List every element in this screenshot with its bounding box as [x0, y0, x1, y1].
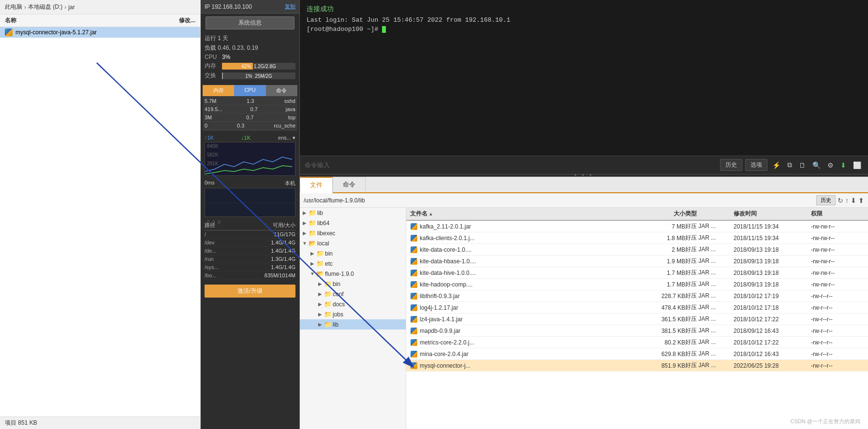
tree-item-docs[interactable]: ▶ 📁 docs	[300, 299, 406, 309]
up-icon[interactable]: ↑	[845, 197, 849, 204]
tree-item-flume-bin[interactable]: ▶ 📁 bin	[300, 279, 406, 289]
terminal-success-msg: 连接成功	[307, 5, 861, 14]
disk-row: /dev 1.4G/1.4G	[205, 239, 295, 247]
disk-row: /de... 1.4G/1.4G	[205, 247, 295, 255]
network-download: ↓1K	[241, 135, 250, 141]
options-button[interactable]: 选项	[745, 159, 767, 171]
disk-row: /run 1.3G/1.4G	[205, 255, 295, 263]
tree-item-lib-selected[interactable]: ▶ 📁 lib	[300, 319, 406, 329]
col-header-name: 名称	[5, 16, 157, 25]
file-row-libthrift[interactable]: libthrift-0.9.3.jar 228.7 KB 好压 JAR ... …	[406, 290, 868, 302]
terminal-content[interactable]: 连接成功 Last login: Sat Jun 25 15:46:57 202…	[300, 0, 868, 145]
process-row: 3M 0.7 top	[205, 114, 295, 122]
col-header-perm[interactable]: 权限	[811, 210, 864, 218]
fm-history-button[interactable]: 历史	[816, 195, 836, 205]
server-header: IP 192.168.10.100 复制	[201, 0, 299, 14]
sys-info-button[interactable]: 系统信息	[206, 16, 294, 29]
tab-cmd[interactable]: 命令	[266, 85, 297, 96]
process-list: 5.7M 1.3 sshd 419.5... 0.7 java 3M 0.7 t…	[203, 96, 297, 131]
window-icon[interactable]: ⬜	[851, 160, 863, 170]
breadcrumb: 此电脑 › 本地磁盘 (D:) › jar	[0, 0, 200, 14]
graph-label-840k: 840K	[207, 143, 218, 149]
lightning-icon[interactable]: ⚡	[770, 160, 782, 170]
process-row: 5.7M 1.3 sshd	[205, 97, 295, 105]
status-bar: 项目 851 KB	[0, 416, 200, 429]
col-header-size[interactable]: 大小	[637, 210, 685, 218]
cpu-value: 3%	[222, 54, 234, 60]
settings-icon[interactable]: ⚙	[825, 160, 836, 170]
tab-mem[interactable]: 内存	[203, 85, 234, 96]
toolbar-buttons: 历史 选项 ⚡ ⧉ 🗋 🔍 ⚙ ⬇ ⬜	[720, 159, 863, 171]
terminal-last-login: Last login: Sat Jun 25 15:46:57 2022 fro…	[307, 16, 861, 24]
load-row: 负载 0.46, 0.23, 0.19	[205, 44, 295, 52]
file-row-kite-hbase[interactable]: kite-data-hbase-1.0.... 1.9 MB 好压 JAR ..…	[406, 256, 868, 267]
col-header-filename[interactable]: 文件名 ▲	[410, 210, 637, 218]
col-header-date[interactable]: 修改时间	[734, 210, 811, 218]
breadcrumb-part-1[interactable]: 此电脑	[5, 3, 22, 11]
upgrade-button[interactable]: 激活/升级	[205, 285, 295, 298]
file-row-kafka-clients[interactable]: kafka-clients-2.0.1.j... 1.8 MB 好压 JAR .…	[406, 232, 868, 244]
jar-icon	[410, 362, 418, 370]
tree-item-lib[interactable]: ▶ 📁 lib	[300, 208, 406, 218]
tree-item-etc[interactable]: ▶ 📁 etc	[300, 258, 406, 269]
breadcrumb-part-3[interactable]: jar	[68, 4, 74, 11]
upload-from-icon[interactable]: ⬆	[858, 197, 864, 204]
terminal-section: 连接成功 Last login: Sat Jun 25 15:46:57 202…	[300, 0, 868, 174]
folder-icon: 📁	[324, 311, 332, 318]
file-row-kafka[interactable]: kafka_2.11-2.0.1.jar 7 MB 好压 JAR ... 201…	[406, 221, 868, 232]
disk-col-path: 路径	[205, 222, 215, 229]
network-section: ↑1K ↓1K ens... ▾ 840K 582K 291K	[201, 133, 299, 178]
search-icon[interactable]: 🔍	[810, 160, 823, 170]
ping-value: 0ms	[205, 180, 215, 187]
process-row: 419.5... 0.7 java	[205, 105, 295, 114]
file-row-mina[interactable]: mina-core-2.0.4.jar 629.8 KB 好压 JAR ... …	[406, 348, 868, 360]
jar-icon	[410, 281, 418, 288]
refresh-icon[interactable]: ↻	[838, 197, 843, 204]
ping-section: 0ms 本机 0 0 0	[201, 178, 299, 219]
right-panel: 连接成功 Last login: Sat Jun 25 15:46:57 202…	[300, 0, 868, 429]
file-item-jar[interactable]: mysql-connector-java-5.1.27.jar	[0, 27, 200, 38]
cpu-label: CPU	[205, 54, 220, 60]
network-header: ↑1K ↓1K ens... ▾	[205, 135, 295, 141]
copy-ip-button[interactable]: 复制	[285, 3, 295, 10]
terminal-prompt: [root@hadoop100 ~]#	[307, 26, 861, 33]
file-row-mysql-connector[interactable]: mysql-connector-j... 851.9 KB 好压 JAR ...…	[406, 360, 868, 372]
file-row-log4j[interactable]: log4j-1.2.17.jar 478.4 KB 好压 JAR ... 201…	[406, 302, 868, 314]
fm-content: ▶ 📁 lib ▶ 📁 lib64 ▶ 📁 libexec ▼ 📂	[300, 208, 868, 429]
file-row-metrics[interactable]: metrics-core-2.2.0.j... 80.2 KB 好压 JAR .…	[406, 337, 868, 348]
tree-item-conf[interactable]: ▶ 📁 conf	[300, 289, 406, 299]
file-manager-section: 文件 命令 /usr/local/flume-1.9.0/lib 历史 ↻ ↑ …	[300, 177, 868, 429]
tree-item-local[interactable]: ▼ 📂 local	[300, 238, 406, 248]
download-to-icon[interactable]: ⬇	[851, 197, 856, 204]
tree-item-lib64[interactable]: ▶ 📁 lib64	[300, 218, 406, 228]
file-row-lz4[interactable]: lz4-java-1.4.1.jar 361.5 KB 好压 JAR ... 2…	[406, 314, 868, 325]
tab-command[interactable]: 命令	[333, 177, 366, 192]
jar-icon	[410, 339, 418, 346]
copy-icon[interactable]: ⧉	[785, 160, 794, 170]
disk-row: /sys... 1.4G/1.4G	[205, 263, 295, 272]
file-row-kite-core[interactable]: kite-data-core-1.0.... 2 MB 好压 JAR ... 2…	[406, 244, 868, 256]
file-row-kite-hive[interactable]: kite-data-hive-1.0.0.... 1.7 MB 好压 JAR .…	[406, 267, 868, 279]
fm-tree-panel: ▶ 📁 lib ▶ 📁 lib64 ▶ 📁 libexec ▼ 📂	[300, 208, 406, 429]
uptime-row: 运行 1 天	[205, 34, 295, 43]
file-row-kite-hadoop[interactable]: kite-hadoop-comp.... 1.7 MB 好压 JAR ... 2…	[406, 279, 868, 290]
download-icon[interactable]: ⬇	[839, 160, 848, 170]
mem-bar-container: 42% 1.2G/2.8G	[222, 63, 295, 70]
tree-item-libexec[interactable]: ▶ 📁 libexec	[300, 228, 406, 238]
col-header-type[interactable]: 类型	[685, 210, 734, 218]
jar-icon	[410, 350, 418, 358]
breadcrumb-part-2[interactable]: 本地磁盘 (D:)	[28, 3, 62, 11]
file-row-mapdb[interactable]: mapdb-0.9.9.jar 381.5 KB 好压 JAR ... 2018…	[406, 325, 868, 337]
tab-files[interactable]: 文件	[300, 177, 333, 193]
folder-icon: 📁	[316, 260, 324, 267]
history-button[interactable]: 历史	[720, 159, 742, 171]
tree-item-flume[interactable]: ▼ 📂 flume-1.9.0	[300, 269, 406, 279]
disk-row: / 11G/17G	[205, 230, 295, 239]
tree-item-bin[interactable]: ▶ 📁 bin	[300, 248, 406, 258]
file-icon[interactable]: 🗋	[797, 160, 808, 170]
folder-icon: 📁	[309, 219, 316, 227]
tree-item-jobs[interactable]: ▶ 📁 jobs	[300, 309, 406, 319]
ping-graph: 0 0 0	[205, 188, 295, 217]
cmd-input-area[interactable]: 命令输入	[305, 161, 720, 170]
tab-cpu[interactable]: CPU	[234, 85, 265, 96]
